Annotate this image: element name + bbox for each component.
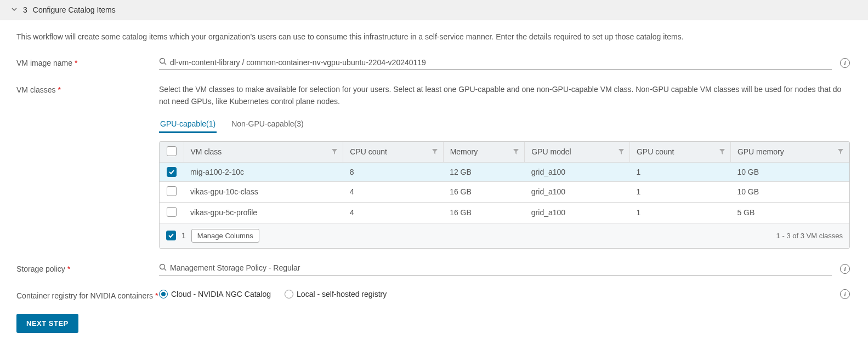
- col-gpu-model[interactable]: GPU model: [525, 142, 630, 163]
- filter-icon[interactable]: [619, 147, 624, 156]
- radio-label: Local - self-hosted registry: [297, 290, 387, 298]
- cell: grid_a100: [525, 181, 630, 202]
- cell: grid_a100: [525, 202, 630, 223]
- storage-policy-label: Storage policy*: [16, 262, 159, 273]
- search-icon: [159, 263, 167, 273]
- col-cpu-count[interactable]: CPU count: [343, 142, 443, 163]
- selected-count: 1: [181, 231, 186, 240]
- storage-policy-input-wrapper[interactable]: [159, 262, 832, 275]
- cell: 10 GB: [730, 162, 849, 181]
- filter-icon[interactable]: [719, 147, 725, 156]
- svg-line-1: [164, 63, 167, 65]
- cell: 4: [343, 181, 443, 202]
- radio-icon: [159, 290, 168, 298]
- filter-icon[interactable]: [838, 147, 843, 156]
- row-checkbox[interactable]: [167, 167, 177, 177]
- radio-label: Cloud - NVIDIA NGC Catalog: [171, 290, 271, 298]
- cell: 1: [629, 202, 730, 223]
- tab-non-gpu-capable-3-[interactable]: Non-GPU-capable(3): [230, 116, 305, 133]
- info-icon[interactable]: i: [840, 289, 850, 299]
- storage-policy-input[interactable]: [170, 263, 832, 272]
- table-row[interactable]: mig-a100-2-10c812 GBgrid_a100110 GB: [160, 162, 849, 181]
- chevron-down-icon: [11, 5, 18, 14]
- vm-image-input-wrapper[interactable]: [159, 56, 832, 70]
- selected-count-checkbox[interactable]: [166, 231, 176, 240]
- vm-image-input[interactable]: [170, 58, 832, 67]
- radio-local-self-hosted-registry[interactable]: Local - self-hosted registry: [285, 290, 387, 298]
- cell: 1: [629, 162, 730, 181]
- cell: 12 GB: [443, 162, 525, 181]
- vm-classes-helper: Select the VM classes to make available …: [159, 83, 850, 108]
- section-title: Configure Catalog Items: [33, 5, 116, 14]
- cell: 5 GB: [730, 202, 849, 223]
- cell: 4: [343, 202, 443, 223]
- table-row[interactable]: vikas-gpu-5c-profile416 GBgrid_a10015 GB: [160, 202, 849, 223]
- svg-line-3: [164, 268, 167, 271]
- cell: vikas-gpu-10c-class: [184, 181, 343, 202]
- radio-icon: [285, 290, 293, 298]
- cell: 10 GB: [730, 181, 849, 202]
- filter-icon[interactable]: [513, 147, 519, 156]
- cell: vikas-gpu-5c-profile: [184, 202, 343, 223]
- svg-point-2: [160, 264, 165, 269]
- row-checkbox[interactable]: [167, 186, 177, 196]
- section-number: 3: [23, 5, 27, 14]
- vm-class-tabs: GPU-capable(1)Non-GPU-capable(3): [159, 116, 850, 133]
- vm-classes-label: VM classes*: [16, 83, 159, 94]
- col-gpu-count[interactable]: GPU count: [629, 142, 730, 163]
- filter-icon[interactable]: [432, 147, 438, 156]
- search-icon: [159, 58, 167, 67]
- next-step-button[interactable]: NEXT STEP: [16, 314, 78, 333]
- row-checkbox[interactable]: [167, 207, 177, 217]
- info-icon[interactable]: i: [840, 58, 850, 68]
- col-memory[interactable]: Memory: [443, 142, 525, 163]
- vm-image-label: VM image name*: [16, 56, 159, 67]
- cell: 16 GB: [443, 202, 525, 223]
- cell: 16 GB: [443, 181, 525, 202]
- radio-cloud-nvidia-ngc-catalog[interactable]: Cloud - NVIDIA NGC Catalog: [159, 290, 271, 298]
- col-gpu-memory[interactable]: GPU memory: [730, 142, 849, 163]
- col-vm-class[interactable]: VM class: [184, 142, 343, 163]
- cell: 8: [343, 162, 443, 181]
- cell: 1: [629, 181, 730, 202]
- svg-point-0: [160, 59, 165, 64]
- select-all-checkbox[interactable]: [167, 146, 177, 156]
- cell: grid_a100: [525, 162, 630, 181]
- container-registry-label: Container registry for NVIDIA containers…: [16, 289, 159, 300]
- pagination-text: 1 - 3 of 3 VM classes: [776, 232, 843, 240]
- filter-icon[interactable]: [332, 147, 337, 156]
- tab-gpu-capable-1-[interactable]: GPU-capable(1): [159, 116, 217, 133]
- cell: mig-a100-2-10c: [184, 162, 343, 181]
- section-header[interactable]: 3 Configure Catalog Items: [0, 0, 868, 20]
- table-row[interactable]: vikas-gpu-10c-class416 GBgrid_a100110 GB: [160, 181, 849, 202]
- info-icon[interactable]: i: [840, 264, 850, 274]
- manage-columns-button[interactable]: Manage Columns: [191, 229, 259, 243]
- workflow-description: This workflow will create some catalog i…: [16, 31, 852, 43]
